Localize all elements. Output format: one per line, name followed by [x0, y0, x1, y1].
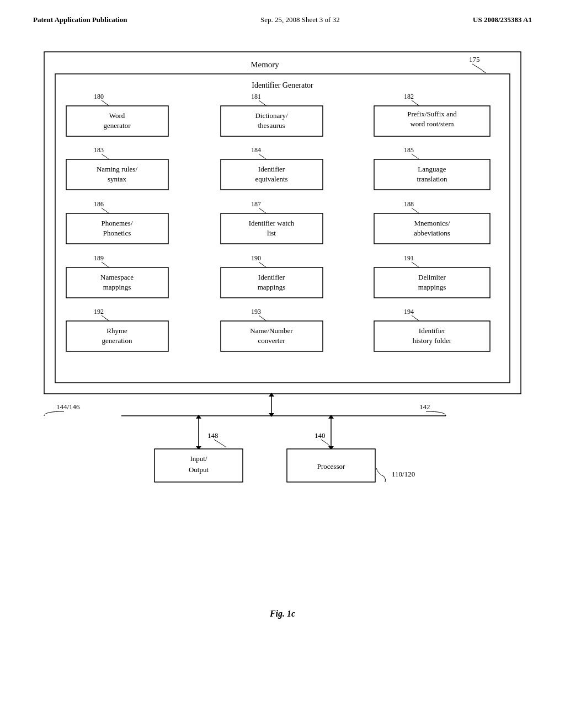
comp-190-line1: Identifier — [258, 273, 285, 281]
comp-191-line2: mappings — [418, 283, 446, 291]
memory-ref: 175 — [469, 55, 480, 63]
comp-187-line1: Identifier watch — [249, 219, 295, 227]
comp-190-line2: mappings — [258, 283, 286, 291]
comp-181-line1: Dictionary/ — [255, 111, 288, 120]
comp-194-line2: history folder — [413, 336, 452, 345]
ref-144-146: 144/146 — [56, 403, 80, 411]
comp-189-line1: Namespace — [100, 273, 134, 281]
comp-188-line1: Mnemonics/ — [414, 219, 450, 227]
comp-193-line1: Name/Number — [250, 326, 293, 335]
header-right: US 2008/235383 A1 — [473, 15, 532, 24]
comp-184-line1: Identifier — [258, 165, 285, 173]
comp-184-line2: equivalents — [255, 175, 287, 183]
ref-181: 181 — [251, 93, 261, 100]
comp-185-line1: Language — [418, 165, 446, 173]
comp-188-line2: abbeviations — [414, 229, 450, 237]
memory-label: Memory — [250, 60, 279, 69]
comp-182-line1: Prefix/Suffix and — [407, 110, 457, 118]
full-diagram: Memory 175 Identifier Generator 180 Word… — [33, 41, 532, 581]
comp-187-line2: list — [267, 229, 276, 237]
id-gen-label: Identifier Generator — [252, 81, 313, 89]
comp-186-line2: Phonetics — [103, 229, 131, 237]
ref-184: 184 — [251, 146, 261, 154]
ref-148: 148 — [207, 431, 218, 440]
ref-180: 180 — [94, 93, 104, 100]
comp-194-line1: Identifier — [419, 326, 446, 335]
comp-186-line1: Phonemes/ — [101, 219, 132, 227]
page-header: Patent Application Publication Sep. 25, … — [0, 0, 565, 30]
diagram-area: Memory 175 Identifier Generator 180 Word… — [0, 30, 565, 592]
ref-190: 190 — [251, 254, 261, 262]
comp-191-line1: Delimiter — [418, 273, 446, 281]
svg-marker-19 — [269, 413, 274, 417]
ref-188: 188 — [404, 200, 414, 208]
svg-marker-27 — [328, 415, 334, 419]
ref-142: 142 — [419, 403, 430, 411]
header-left: Patent Application Publication — [33, 15, 127, 24]
comp-183-line1: Naming rules/ — [97, 165, 137, 173]
comp-182-line2: word root/stem — [410, 120, 454, 128]
comp-189-line2: mappings — [103, 283, 131, 291]
ref-185: 185 — [404, 146, 414, 154]
ref-110-120: 110/120 — [392, 470, 415, 478]
comp-192-line2: generation — [102, 336, 132, 345]
processor-label: Processor — [317, 462, 345, 470]
comp-185-line2: translation — [417, 175, 447, 183]
header-center: Sep. 25, 2008 Sheet 3 of 32 — [260, 15, 340, 24]
comp-180-line2: generator — [103, 121, 131, 130]
input-output-line1: Input/ — [190, 454, 207, 463]
comp-181-line2: thesaurus — [258, 121, 285, 130]
ref-183: 183 — [94, 146, 104, 154]
comp-192-line1: Rhyme — [106, 326, 127, 335]
ref-191: 191 — [404, 254, 414, 262]
input-output-line2: Output — [189, 465, 209, 474]
figure-caption: Fig. 1c — [0, 609, 565, 630]
ref-194: 194 — [404, 308, 414, 315]
svg-marker-23 — [196, 415, 201, 419]
ref-187: 187 — [251, 200, 261, 208]
diagram-svg: Memory 175 Identifier Generator 180 Word… — [33, 41, 532, 581]
ref-192: 192 — [94, 308, 104, 315]
ref-193: 193 — [251, 308, 261, 315]
comp-180-line1: Word — [109, 111, 125, 120]
comp-183-line2: syntax — [108, 175, 126, 183]
ref-186: 186 — [94, 200, 104, 208]
ref-182: 182 — [404, 93, 414, 100]
ref-189: 189 — [94, 254, 104, 262]
comp-193-line2: converter — [258, 336, 285, 345]
ref-140: 140 — [315, 431, 326, 440]
